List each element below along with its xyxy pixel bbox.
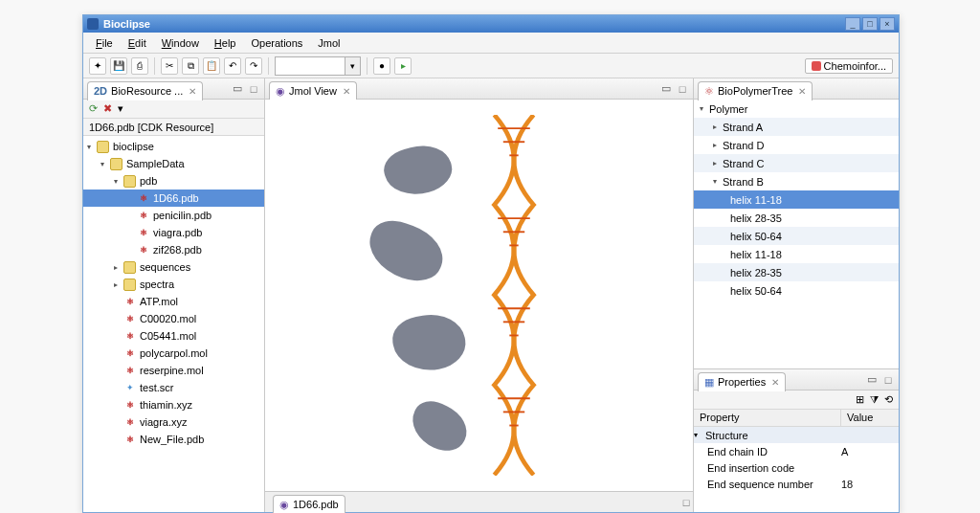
tree-sampledata[interactable]: ▾SampleData	[83, 155, 264, 172]
polymer-tree[interactable]: ▾Polymer ▸Strand A ▸Strand D ▸Strand C ▾…	[694, 100, 899, 368]
tool-save-icon[interactable]: 💾	[110, 57, 127, 75]
app-icon	[87, 18, 99, 30]
tool-undo-icon[interactable]: ↶	[224, 57, 241, 75]
tree-file-1d66[interactable]: ⚛1D66.pdb	[83, 190, 264, 207]
maximize-view-icon[interactable]: □	[676, 82, 689, 96]
close-button[interactable]: ×	[880, 17, 895, 31]
perspective-icon	[812, 61, 821, 71]
refresh-icon[interactable]: ⟳	[89, 102, 98, 115]
tab-bioresource[interactable]: 2D BioResource ... ✕	[87, 81, 203, 100]
view-menu-icon[interactable]: ▾	[118, 102, 123, 115]
app-window: Bioclipse _ □ × File Edit Window Help Op…	[82, 14, 900, 513]
titlebar[interactable]: Bioclipse _ □ ×	[83, 15, 899, 33]
close-icon[interactable]: ✕	[798, 86, 806, 97]
menu-jmol[interactable]: Jmol	[311, 35, 346, 51]
tree-file-viagra-pdb[interactable]: ⚛viagra.pdb	[83, 224, 264, 241]
tab-properties[interactable]: ▦ Properties ✕	[698, 372, 786, 391]
tree-file-c00020[interactable]: ⚛C00020.mol	[83, 310, 264, 327]
menu-operations[interactable]: Operations	[245, 35, 310, 51]
tool-copy-icon[interactable]: ⧉	[182, 57, 199, 75]
menu-file[interactable]: File	[89, 35, 120, 51]
close-icon[interactable]: ✕	[771, 377, 779, 388]
tree-file-thiamin[interactable]: ⚛thiamin.xyz	[83, 396, 264, 413]
tool-sphere-icon[interactable]: ●	[373, 57, 390, 75]
minimize-button[interactable]: _	[845, 17, 860, 31]
left-column: 2D BioResource ... ✕ ▭ □ ⟳ ✖ ▾ 1D66.pdb …	[83, 78, 265, 512]
menu-window[interactable]: Window	[155, 35, 206, 51]
jmol-icon: ◉	[276, 85, 285, 98]
breadcrumb[interactable]: 1D66.pdb [CDK Resource]	[83, 119, 264, 136]
tree-pdb-folder[interactable]: ▾pdb	[83, 172, 264, 190]
tree-file-newfile[interactable]: ⚛New_File.pdb	[83, 431, 264, 448]
close-icon[interactable]: ✕	[343, 86, 350, 97]
tab-1d66[interactable]: ◉ 1D66.pdb	[273, 495, 345, 514]
polymer-helix[interactable]: helix 28-35	[694, 209, 899, 227]
properties-group[interactable]: ▾Structure	[694, 427, 899, 443]
folder-icon	[97, 141, 109, 153]
menu-edit[interactable]: Edit	[122, 35, 153, 51]
right-column: ⚛ BioPolymerTree ✕ ▾Polymer ▸Strand A ▸S…	[694, 78, 899, 512]
property-row[interactable]: End insertion code	[694, 459, 899, 476]
tree-file-viagra-xyz[interactable]: ⚛viagra.xyz	[83, 413, 264, 431]
polymer-strand-d[interactable]: ▸Strand D	[694, 136, 899, 154]
categories-icon[interactable]: ⊞	[856, 393, 864, 406]
jmol-view-header: ◉ Jmol View ✕ ▭ □	[265, 78, 693, 100]
chevron-down-icon[interactable]	[345, 57, 360, 75]
resource-toolbar: ⟳ ✖ ▾	[83, 100, 264, 119]
polymer-helix[interactable]: helix 50-64	[694, 227, 899, 245]
maximize-view-icon[interactable]: □	[881, 373, 895, 387]
minimize-view-icon[interactable]: ▭	[659, 82, 673, 96]
tree-sequences-folder[interactable]: ▸sequences	[83, 258, 264, 276]
properties-header: Property Value	[694, 410, 899, 427]
maximize-button[interactable]: □	[862, 17, 878, 31]
jmol-canvas[interactable]	[265, 100, 693, 491]
maximize-view-icon[interactable]: □	[247, 82, 260, 96]
close-icon[interactable]: ✕	[189, 86, 196, 97]
minimize-view-icon[interactable]: ▭	[865, 373, 879, 387]
tree-root[interactable]: ▾bioclipse	[83, 138, 264, 155]
polymer-helix[interactable]: helix 11-18	[694, 245, 899, 263]
polymer-root[interactable]: ▾Polymer	[694, 100, 899, 118]
property-row[interactable]: End chain IDA	[694, 443, 899, 459]
tool-print-icon[interactable]: ⎙	[131, 57, 148, 75]
tree-file-atp[interactable]: ⚛ATP.mol	[83, 293, 264, 310]
tree-file-penicilin[interactable]: ⚛penicilin.pdb	[83, 207, 264, 224]
property-row[interactable]: End sequence number18	[694, 476, 899, 492]
maximize-view-icon[interactable]: □	[679, 496, 693, 509]
defaults-icon[interactable]: ⟲	[884, 393, 893, 406]
tree-file-polycarpol[interactable]: ⚛polycarpol.mol	[83, 345, 264, 362]
polymer-strand-b[interactable]: ▾Strand B	[694, 172, 899, 190]
tool-redo-icon[interactable]: ↷	[245, 57, 262, 75]
tool-cut-icon[interactable]: ✂	[161, 57, 178, 75]
polymer-helix[interactable]: helix 11-18	[694, 190, 899, 209]
tab-biopolymer[interactable]: ⚛ BioPolymerTree ✕	[698, 81, 813, 100]
tool-new-icon[interactable]: ✦	[89, 57, 106, 75]
properties-table[interactable]: Property Value ▾Structure End chain IDA …	[694, 410, 899, 512]
polymer-helix[interactable]: helix 28-35	[694, 263, 899, 281]
script-icon: ✦	[123, 382, 136, 394]
tool-play-icon[interactable]: ▸	[394, 57, 412, 75]
tree-file-zif268[interactable]: ⚛zif268.pdb	[83, 241, 264, 258]
resource-tree[interactable]: ▾bioclipse ▾SampleData ▾pdb ⚛1D66.pdb ⚛p…	[83, 136, 264, 512]
delete-icon[interactable]: ✖	[103, 102, 112, 115]
dna-helix	[487, 115, 541, 475]
tab-jmol[interactable]: ◉ Jmol View ✕	[269, 81, 357, 100]
polymer-strand-c[interactable]: ▸Strand C	[694, 154, 899, 172]
tree-spectra-folder[interactable]: ▸spectra	[83, 276, 264, 293]
tree-file-testscr[interactable]: ✦test.scr	[83, 379, 264, 396]
molecule-icon: ⚛	[123, 330, 136, 343]
minimize-view-icon[interactable]: ▭	[231, 82, 244, 96]
menu-help[interactable]: Help	[208, 35, 243, 51]
folder-icon	[123, 175, 136, 188]
perspective-switcher[interactable]: Chemoinfor...	[805, 58, 893, 74]
filter-icon[interactable]: ⧩	[870, 393, 879, 406]
polymer-strand-a[interactable]: ▸Strand A	[694, 118, 899, 136]
folder-icon	[123, 279, 136, 291]
tool-paste-icon[interactable]: 📋	[203, 57, 220, 75]
molecule-icon: ⚛	[137, 192, 149, 205]
tree-file-reserpine[interactable]: ⚛reserpine.mol	[83, 362, 264, 379]
toolbar-combo[interactable]	[275, 56, 361, 76]
polymer-icon: ⚛	[704, 85, 714, 98]
polymer-helix[interactable]: helix 50-64	[694, 281, 899, 300]
tree-file-c05441[interactable]: ⚛C05441.mol	[83, 327, 264, 345]
